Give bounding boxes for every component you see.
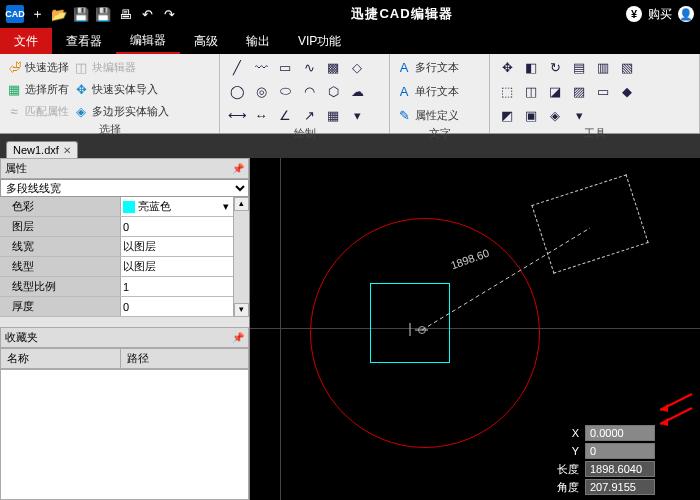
aligned-dim-icon[interactable]: ⟷ [226, 105, 248, 125]
prop-row-layer[interactable]: 图层0 [0, 217, 233, 237]
tool-icon-2[interactable]: ◧ [520, 57, 542, 77]
document-tab[interactable]: New1.dxf ✕ [6, 141, 78, 158]
tool-icon-7[interactable]: ⬚ [496, 81, 518, 101]
property-selector[interactable]: 多段线线宽 [0, 179, 249, 197]
rect-icon[interactable]: ▭ [274, 57, 296, 77]
block-icon: ◫ [73, 59, 89, 75]
stext-icon: A [396, 83, 412, 99]
angle-dim-icon[interactable]: ∠ [274, 105, 296, 125]
pin-icon[interactable]: 📌 [232, 163, 244, 174]
tool-icon-15[interactable]: ◈ [544, 105, 566, 125]
prop-row-linetype[interactable]: 线型以图层 [0, 257, 233, 277]
angle-value: 207.9155 [585, 479, 655, 495]
hatch-icon[interactable]: ▩ [322, 57, 344, 77]
svg-marker-6 [660, 418, 668, 426]
leader-icon[interactable]: ↗ [298, 105, 320, 125]
tool-icon-11[interactable]: ▭ [592, 81, 614, 101]
group-select-label: 选择 [6, 121, 213, 138]
zigzag-icon[interactable]: ∿ [298, 57, 320, 77]
tool-icon-10[interactable]: ▨ [568, 81, 590, 101]
coordinate-panel: X0.0000 Y0 长度1898.6040 角度207.9155 [557, 423, 655, 495]
linear-dim-icon[interactable]: ↔ [250, 105, 272, 125]
pin-icon-2[interactable]: 📌 [232, 332, 244, 343]
annotation-arrow [654, 392, 694, 435]
new-icon[interactable]: ＋ [28, 5, 46, 23]
tool-icon-14[interactable]: ▣ [520, 105, 542, 125]
tool-icon-4[interactable]: ▤ [568, 57, 590, 77]
open-icon[interactable]: 📂 [50, 5, 68, 23]
currency-icon[interactable]: ¥ [626, 6, 642, 22]
prop-row-color[interactable]: 色彩 亮蓝色▾ [0, 197, 233, 217]
tool-icon-6[interactable]: ▧ [616, 57, 638, 77]
point-icon[interactable]: ◇ [346, 57, 368, 77]
prop-row-lineweight[interactable]: 线宽以图层 [0, 237, 233, 257]
dropdown-icon[interactable]: ▾ [223, 200, 233, 213]
tool-icon-8[interactable]: ◫ [520, 81, 542, 101]
buy-link[interactable]: 购买 [648, 6, 672, 23]
property-scrollbar[interactable]: ▴▾ [233, 197, 249, 317]
multiline-text-button[interactable]: A多行文本 [396, 57, 483, 77]
line-icon[interactable]: ╱ [226, 57, 248, 77]
drawing-canvas[interactable]: 1898.60 X0.0000 Y0 长度1898.6040 角度207.915… [250, 158, 700, 500]
table-icon[interactable]: ▦ [322, 105, 344, 125]
close-tab-icon[interactable]: ✕ [63, 145, 71, 156]
more-draw-icon[interactable]: ▾ [346, 105, 368, 125]
hex-icon[interactable]: ⬡ [322, 81, 344, 101]
favorites-list[interactable] [0, 369, 249, 500]
polyline-icon[interactable]: 〰 [250, 57, 272, 77]
ellipse-icon[interactable]: ⬭ [274, 81, 296, 101]
move-icon[interactable]: ✥ [496, 57, 518, 77]
tool-icon-5[interactable]: ▥ [592, 57, 614, 77]
match-icon: ≈ [6, 103, 22, 119]
property-grid: 色彩 亮蓝色▾ 图层0 线宽以图层 线型以图层 线型比例1 厚度0 [0, 197, 233, 317]
select-all-button[interactable]: ▦选择所有 [6, 79, 69, 99]
save-as-icon[interactable]: 💾 [94, 5, 112, 23]
tool-icon-13[interactable]: ◩ [496, 105, 518, 125]
document-tab-label: New1.dxf [13, 144, 59, 156]
menu-viewer[interactable]: 查看器 [52, 28, 116, 54]
x-input[interactable]: 0.0000 [585, 425, 655, 441]
prop-row-ltscale[interactable]: 线型比例1 [0, 277, 233, 297]
svg-line-0 [422, 228, 590, 330]
quick-entity-import-button[interactable]: ✥快速实体导入 [73, 79, 169, 99]
y-input[interactable]: 0 [585, 443, 655, 459]
col-path[interactable]: 路径 [121, 349, 155, 368]
menu-file[interactable]: 文件 [0, 28, 52, 54]
app-logo[interactable]: CAD [6, 5, 24, 23]
user-icon[interactable]: 👤 [678, 6, 694, 22]
quick-select-button[interactable]: ⮰快速选择 [6, 57, 69, 77]
tool-icon-12[interactable]: ◆ [616, 81, 638, 101]
menu-advanced[interactable]: 高级 [180, 28, 232, 54]
prop-row-thickness[interactable]: 厚度0 [0, 297, 233, 317]
ring-icon[interactable]: ◎ [250, 81, 272, 101]
singleline-text-button[interactable]: A单行文本 [396, 81, 483, 101]
arc-icon[interactable]: ◠ [298, 81, 320, 101]
mtext-icon: A [396, 59, 412, 75]
x-label: X [572, 427, 579, 439]
properties-header: 属性 📌 [0, 158, 249, 179]
tool-icon-3[interactable]: ↻ [544, 57, 566, 77]
undo-icon[interactable]: ↶ [138, 5, 156, 23]
print-icon[interactable]: 🖶 [116, 5, 134, 23]
cursor-icon: ⮰ [6, 59, 22, 75]
length-label: 长度 [557, 462, 579, 477]
title-bar: CAD ＋ 📂 💾 💾 🖶 ↶ ↷ 迅捷CAD编辑器 ¥ 购买 👤 [0, 0, 700, 28]
tool-icon-16[interactable]: ▾ [568, 105, 590, 125]
ribbon: ⮰快速选择 ▦选择所有 ≈匹配属性 ◫块编辑器 ✥快速实体导入 ◈多边形实体输入… [0, 54, 700, 134]
block-editor-button: ◫块编辑器 [73, 57, 169, 77]
redo-icon[interactable]: ↷ [160, 5, 178, 23]
circle-icon[interactable]: ◯ [226, 81, 248, 101]
col-name[interactable]: 名称 [1, 349, 121, 368]
tool-icon-9[interactable]: ◪ [544, 81, 566, 101]
favorites-columns: 名称 路径 [0, 348, 249, 369]
attr-def-button[interactable]: ✎属性定义 [396, 105, 483, 125]
polygon-entity-input-button[interactable]: ◈多边形实体输入 [73, 101, 169, 121]
polygon-icon: ◈ [73, 103, 89, 119]
menu-output[interactable]: 输出 [232, 28, 284, 54]
menu-vip[interactable]: VIP功能 [284, 28, 355, 54]
group-text-label: 文字 [396, 125, 483, 142]
group-draw-label: 绘制 [226, 125, 383, 142]
save-icon[interactable]: 💾 [72, 5, 90, 23]
menu-editor[interactable]: 编辑器 [116, 28, 180, 54]
cloud-icon[interactable]: ☁ [346, 81, 368, 101]
